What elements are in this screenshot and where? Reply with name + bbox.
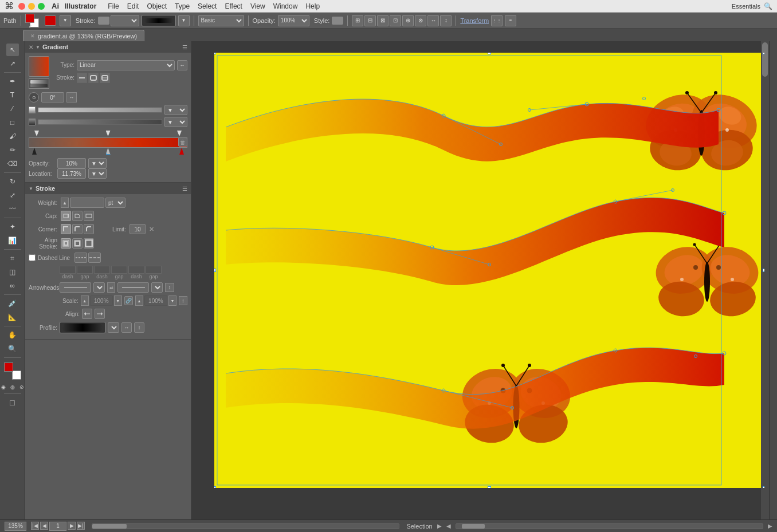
tool-stroke-swatch[interactable] — [12, 371, 21, 380]
align-center-btn[interactable] — [61, 238, 71, 249]
gradient-stop-3[interactable] — [179, 148, 184, 155]
none-mode-btn[interactable]: ⊘ — [18, 383, 26, 391]
gradient-mode-btn[interactable]: ◍ — [9, 383, 17, 391]
status-scrollbar[interactable] — [92, 523, 399, 529]
dashed-pattern-2[interactable] — [88, 253, 101, 263]
align-icon-1[interactable]: ⊞ — [352, 15, 363, 26]
fill-swatch-fg[interactable] — [25, 14, 34, 23]
apple-menu[interactable]: ⌘ — [5, 1, 14, 11]
align-icon-5[interactable]: ⊕ — [402, 15, 414, 26]
cap-round-btn[interactable] — [72, 211, 83, 221]
stroke-color-btn[interactable] — [45, 15, 56, 26]
limit-info-btn[interactable]: ✕ — [149, 226, 154, 233]
right-collapse-panel[interactable] — [769, 41, 777, 532]
profile-select[interactable]: ▼ — [108, 322, 119, 333]
gradient-panel-close[interactable]: ✕ — [29, 44, 33, 50]
stroke-color-select[interactable] — [111, 15, 139, 26]
zoom-tool[interactable]: 🔍 — [6, 342, 19, 355]
distribute-icon-1[interactable]: ↔ — [427, 15, 439, 26]
handle-mr[interactable] — [763, 269, 764, 272]
handle-ml[interactable] — [214, 269, 216, 272]
align-icon-2[interactable]: ⊟ — [364, 15, 376, 26]
last-page-btn[interactable]: ▶| — [77, 522, 85, 530]
align-icon-6[interactable]: ⊗ — [415, 15, 426, 26]
status-scroll-right[interactable]: ▶ — [768, 523, 772, 529]
gradient-stroke-swatch[interactable] — [29, 78, 49, 89]
gradient-color-bar[interactable] — [29, 137, 187, 148]
scale-input-1[interactable]: 100% — [90, 295, 113, 306]
gradient-alpha-swatch[interactable] — [29, 107, 36, 113]
more-options-btn[interactable]: ≡ — [505, 15, 516, 26]
status-scrollbar-2[interactable] — [456, 523, 763, 529]
document-tab[interactable]: ✕ gradient.ai @ 135% (RGB/Preview) — [23, 30, 144, 41]
menu-view[interactable]: View — [247, 2, 269, 10]
gradient-stop-top-2[interactable] — [106, 131, 111, 136]
transform-options-icon[interactable]: ⋮⋮ — [491, 15, 503, 26]
dashed-pattern-1[interactable] — [74, 253, 87, 263]
dash-input-1[interactable] — [60, 266, 76, 274]
arrow-align-btn-1[interactable] — [82, 309, 92, 319]
scale-input-2[interactable]: 100% — [144, 295, 167, 306]
gradient-alpha-slider-1[interactable] — [38, 107, 162, 113]
stroke-collapse-arrow[interactable]: ▼ — [29, 186, 33, 191]
blend-tool[interactable]: ∞ — [6, 279, 19, 292]
angle-icon[interactable]: ⊙ — [29, 92, 39, 103]
line-tool[interactable]: ⁄ — [6, 103, 19, 115]
tab-close-btn[interactable]: ✕ — [30, 33, 35, 39]
gap-input-1[interactable] — [77, 266, 93, 274]
stroke-dropdown[interactable]: ▼ — [60, 15, 71, 26]
weight-decrement-btn[interactable]: ▲ — [61, 198, 69, 208]
menu-file[interactable]: File — [104, 2, 122, 10]
stroke-profile-dropdown[interactable]: ▼ — [178, 15, 190, 26]
menu-edit[interactable]: Edit — [124, 2, 143, 10]
scale-1-decrement[interactable]: ▲ — [81, 295, 89, 306]
handle-tl[interactable] — [214, 53, 216, 54]
align-icon-4[interactable]: ⊡ — [390, 15, 401, 26]
rotate-tool[interactable]: ↻ — [6, 175, 19, 188]
minimize-button[interactable] — [28, 3, 35, 10]
color-mode-btn[interactable]: ◉ — [0, 383, 7, 391]
gradient-stop-top-3[interactable] — [177, 131, 182, 136]
scale-flip-btn[interactable]: ↕ — [179, 296, 187, 305]
gradient-collapse-arrow[interactable]: ▼ — [36, 45, 40, 50]
handle-bm[interactable] — [488, 486, 491, 488]
cap-butt-btn[interactable] — [61, 211, 71, 221]
profile-flip-v-btn[interactable]: ↕ — [134, 322, 144, 333]
menu-object[interactable]: Object — [143, 2, 170, 10]
scale-2-increment[interactable]: ▼ — [168, 295, 176, 306]
zoom-input[interactable]: 135% — [5, 522, 26, 531]
opacity-select-gp[interactable]: ▼ — [88, 158, 107, 168]
menu-select[interactable]: Select — [194, 2, 220, 10]
align-inside-btn[interactable] — [72, 238, 83, 249]
status-scroll-left[interactable]: ◀ — [446, 523, 451, 529]
weight-input[interactable] — [70, 198, 104, 208]
column-graph[interactable]: 📊 — [6, 234, 19, 247]
corner-bevel-btn[interactable] — [84, 224, 94, 234]
gradient-stop-top-1[interactable] — [34, 131, 39, 136]
profile-flip-btn[interactable]: ↔ — [121, 322, 132, 333]
app-name[interactable]: Illustrator — [65, 2, 96, 10]
canvas-area[interactable] — [191, 41, 769, 532]
corner-miter-btn[interactable] — [61, 224, 71, 234]
stroke-color-indicator[interactable] — [98, 17, 109, 25]
arrows-flip-btn[interactable]: ↕ — [165, 283, 174, 292]
menu-window[interactable]: Window — [270, 2, 301, 10]
stroke-panel-menu[interactable]: ☰ — [182, 186, 187, 192]
style-indicator[interactable] — [332, 17, 343, 25]
menu-type[interactable]: Type — [171, 2, 193, 10]
arrow-start-select[interactable]: ▼ — [93, 282, 105, 293]
arrow-end-select[interactable]: ▼ — [151, 282, 163, 293]
gap-input-2[interactable] — [111, 266, 127, 274]
menu-effect[interactable]: Effect — [221, 2, 245, 10]
gradient-alpha-slider-2[interactable] — [38, 119, 162, 125]
menu-help[interactable]: Help — [302, 2, 323, 10]
stroke-icon-1[interactable] — [77, 73, 87, 83]
pen-tool[interactable]: ✒ — [6, 75, 19, 88]
direct-select-tool[interactable]: ↗ — [6, 57, 19, 70]
align-icon-3[interactable]: ⊠ — [377, 15, 388, 26]
gradient-stop-1[interactable] — [32, 148, 37, 155]
arrow-swap-btn[interactable]: ⇄ — [107, 282, 115, 293]
opacity-select[interactable]: 100% — [278, 15, 309, 26]
essentials-label[interactable]: Essentials — [732, 3, 760, 10]
location-input[interactable]: 11.73% — [57, 168, 86, 179]
